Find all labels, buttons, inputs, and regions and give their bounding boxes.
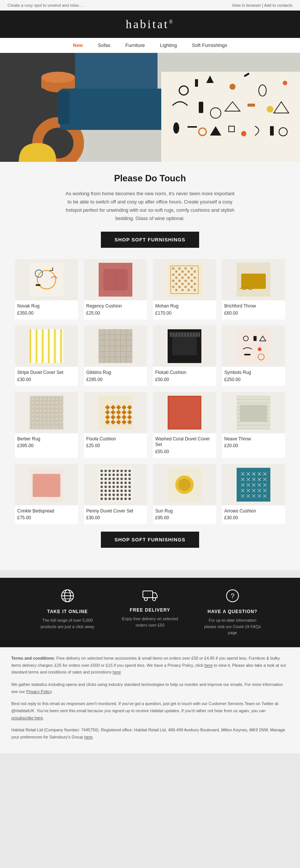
svg-rect-44 — [172, 280, 174, 282]
product-info: Stripe Duvet Cover Set £30.00 — [15, 367, 78, 386]
svg-point-338 — [144, 598, 147, 601]
product-item[interactable]: Novak Rug £350.00 — [15, 259, 78, 319]
product-item[interactable]: Washed Coral Duvet Cover Set £55.00 — [153, 392, 216, 458]
svg-rect-100 — [194, 280, 196, 282]
svg-point-317 — [124, 490, 127, 492]
product-item[interactable]: Brichford Throw £60.00 — [222, 259, 285, 319]
product-price: £55.00 — [155, 449, 214, 454]
svg-point-304 — [120, 470, 123, 472]
svg-rect-62 — [178, 286, 181, 288]
svg-point-17 — [283, 81, 287, 85]
top-bar: Create a cosy spot to unwind and relax… … — [0, 0, 300, 11]
unsubscribe-link[interactable]: unsubscribe here — [11, 716, 43, 720]
svg-rect-86 — [188, 286, 190, 288]
product-item[interactable]: Stripe Duvet Cover Set £30.00 — [15, 326, 78, 386]
product-item[interactable]: Regency Cushion £25.00 — [84, 259, 147, 319]
svg-point-295 — [112, 497, 115, 500]
product-item[interactable]: Crinkle Bedspread £75.00 — [15, 464, 78, 524]
svg-rect-98 — [194, 274, 196, 276]
svg-rect-31 — [30, 263, 63, 297]
svg-rect-132 — [172, 337, 196, 355]
svg-point-277 — [105, 490, 107, 492]
svg-point-157 — [258, 347, 261, 351]
svg-point-326 — [128, 493, 131, 496]
reply-text: Best not reply to this email as response… — [11, 701, 278, 713]
navigation: New Sofas Furniture Lighting Soft Furnis… — [0, 38, 300, 53]
svg-rect-107 — [30, 329, 31, 363]
product-price: £30.00 — [86, 515, 145, 520]
product-name: Flokati Cushion — [155, 370, 214, 376]
nav-item-new[interactable]: New — [73, 42, 83, 48]
product-item[interactable]: Arrows Cushion £30.00 — [222, 464, 285, 524]
product-price: £25.00 — [86, 310, 145, 316]
svg-rect-49 — [175, 271, 177, 273]
shop-soft-furnishings-button-top[interactable]: SHOP SOFT FURNISHINGS — [101, 232, 199, 248]
svg-rect-248 — [169, 397, 200, 428]
svg-rect-75 — [184, 277, 187, 279]
product-item[interactable]: Flokati Cushion £50.00 — [153, 326, 216, 386]
svg-rect-68 — [182, 280, 184, 282]
svg-point-278 — [105, 493, 107, 496]
svg-point-312 — [124, 470, 127, 472]
svg-point-302 — [116, 493, 119, 496]
product-item[interactable]: Fisola Cushion £25.00 — [84, 392, 147, 458]
product-name: Arrows Cushion — [224, 508, 283, 514]
feature-online-title: TAKE IT ONLINE — [38, 609, 98, 614]
svg-point-288 — [112, 470, 115, 472]
svg-point-266 — [100, 478, 103, 480]
svg-rect-81 — [188, 271, 190, 273]
svg-rect-59 — [178, 277, 181, 279]
terms-here-link-2[interactable]: here — [112, 670, 121, 674]
svg-rect-99 — [194, 277, 196, 279]
product-name: Crinkle Bedspread — [17, 508, 76, 514]
svg-point-309 — [120, 490, 123, 492]
shop-soft-furnishings-button-bottom[interactable]: SHOP SOFT FURNISHINGS — [101, 532, 199, 548]
product-name: Penny Duvet Cover Set — [86, 508, 145, 514]
nav-item-sofas[interactable]: Sofas — [98, 42, 110, 48]
nav-item-furniture[interactable]: Furniture — [125, 42, 145, 48]
feature-question-desc: For up-to-date information please visit … — [202, 617, 262, 636]
product-info: Crinkle Bedspread £75.00 — [15, 505, 78, 524]
product-image — [153, 392, 216, 433]
svg-rect-97 — [194, 271, 196, 273]
svg-point-316 — [124, 485, 127, 488]
svg-point-286 — [108, 493, 111, 496]
svg-rect-91 — [190, 277, 193, 279]
svg-rect-7 — [60, 89, 165, 130]
product-item[interactable]: Neave Throw £20.00 — [222, 392, 285, 458]
product-item[interactable]: Berber Rug £395.00 — [15, 392, 78, 458]
svg-point-14 — [230, 84, 236, 90]
product-item[interactable]: Symbols Rug £250.00 — [222, 326, 285, 386]
terms-here-link-1[interactable]: here — [204, 663, 213, 668]
svg-point-22 — [267, 106, 273, 113]
svg-point-291 — [112, 482, 115, 484]
svg-rect-84 — [188, 280, 190, 282]
svg-rect-93 — [190, 283, 193, 285]
product-item[interactable]: Mohan Rug £170.00 — [153, 259, 216, 319]
product-image — [84, 326, 147, 367]
question-icon: ? — [202, 589, 262, 605]
svg-rect-262 — [33, 474, 60, 497]
svg-point-307 — [120, 482, 123, 484]
sainsburys-here-link[interactable]: here — [84, 735, 93, 739]
svg-rect-85 — [188, 283, 190, 285]
product-item[interactable]: Gibbins Rug £295.00 — [84, 326, 147, 386]
product-image — [222, 326, 285, 367]
product-item[interactable]: Penny Duvet Cover Set £30.00 — [84, 464, 147, 524]
svg-rect-96 — [194, 268, 196, 270]
product-name: Washed Coral Duvet Cover Set — [155, 436, 214, 448]
nav-item-lighting[interactable]: Lighting — [160, 42, 177, 48]
product-item[interactable]: Sun Rug £95.00 — [153, 464, 216, 524]
svg-point-314 — [124, 478, 127, 480]
product-image — [15, 464, 78, 505]
privacy-policy-link[interactable]: Privacy Policy — [26, 689, 52, 694]
terms-paragraph: Terms and conditions: Free delivery on s… — [11, 655, 289, 676]
product-image — [222, 464, 285, 505]
svg-rect-77 — [184, 283, 187, 285]
svg-rect-94 — [190, 286, 193, 288]
svg-rect-54 — [175, 286, 177, 288]
product-name: Gibbins Rug — [86, 370, 145, 376]
nav-item-soft-furnishings[interactable]: Soft Furnishings — [192, 42, 227, 48]
svg-point-276 — [105, 485, 107, 488]
svg-point-319 — [124, 497, 127, 500]
